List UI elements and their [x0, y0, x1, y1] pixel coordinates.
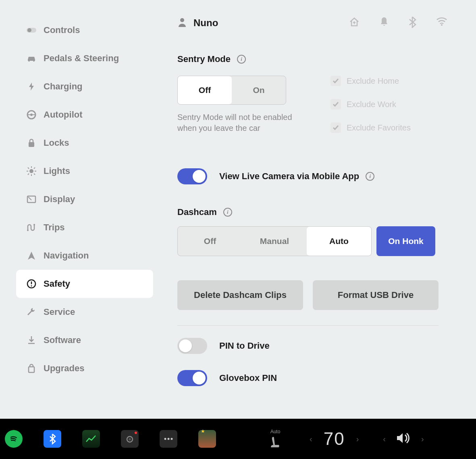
spotify-app-icon[interactable]: [5, 430, 23, 448]
sidebar-item-upgrades[interactable]: Upgrades: [16, 354, 153, 382]
info-icon[interactable]: i: [237, 55, 246, 64]
volume-up-button[interactable]: ›: [421, 434, 424, 444]
info-icon[interactable]: i: [366, 172, 374, 181]
toggle-icon: [25, 27, 38, 34]
sidebar-item-label: Upgrades: [44, 363, 84, 374]
camera-app-icon[interactable]: [121, 430, 139, 448]
sidebar-item-charging[interactable]: Charging: [16, 72, 153, 101]
sidebar-item-label: Controls: [44, 25, 80, 35]
download-icon: [25, 335, 38, 345]
dashcam-auto-button[interactable]: Auto: [307, 227, 371, 256]
svg-point-3: [33, 60, 35, 62]
pin-to-drive-toggle[interactable]: [177, 338, 207, 354]
sidebar-item-label: Autopilot: [44, 110, 83, 120]
volume-down-button[interactable]: ‹: [383, 434, 386, 444]
sentry-note: Sentry Mode will not be enabled when you…: [177, 112, 302, 134]
sidebar-item-software[interactable]: Software: [16, 326, 153, 354]
svg-point-19: [27, 229, 29, 231]
person-icon: [177, 17, 187, 29]
sentry-off-button[interactable]: Off: [178, 76, 232, 104]
dashcam-actions: Delete Dashcam Clips Format USB Drive: [177, 280, 460, 310]
exclude-favorites-checkbox[interactable]: Exclude Favorites: [330, 122, 411, 133]
sidebar-item-label: Locks: [44, 138, 69, 148]
svg-point-9: [29, 169, 33, 173]
format-usb-button[interactable]: Format USB Drive: [313, 280, 439, 310]
sidebar-item-service[interactable]: Service: [16, 298, 153, 326]
check-icon: [330, 99, 341, 110]
svg-line-17: [34, 167, 35, 169]
svg-point-26: [180, 18, 184, 22]
sidebar-item-label: Safety: [44, 279, 70, 289]
homelink-icon[interactable]: [349, 16, 360, 30]
svg-point-2: [28, 60, 30, 62]
bluetooth-app-icon[interactable]: [44, 430, 61, 448]
sidebar-item-navigation[interactable]: Navigation: [16, 242, 153, 270]
sentry-on-button[interactable]: On: [232, 76, 286, 104]
sidebar-item-pedals-steering[interactable]: Pedals & Steering: [16, 44, 153, 72]
pin-to-drive-row: PIN to Drive: [177, 338, 460, 354]
glovebox-pin-row: Glovebox PIN: [177, 370, 460, 386]
svg-line-15: [34, 174, 35, 175]
svg-point-23: [31, 285, 32, 287]
svg-rect-25: [29, 367, 34, 372]
bell-icon[interactable]: [379, 16, 389, 30]
sentry-exclude-list: Exclude Home Exclude Work Exclude Favori…: [330, 76, 411, 146]
more-apps-icon[interactable]: [160, 430, 177, 448]
live-camera-toggle[interactable]: [177, 168, 207, 184]
glovebox-pin-toggle[interactable]: [177, 370, 207, 386]
sidebar-item-label: Lights: [44, 166, 70, 176]
temperature-value[interactable]: 70: [324, 429, 345, 449]
svg-point-32: [168, 438, 170, 440]
sidebar-item-label: Trips: [44, 222, 65, 233]
sidebar-item-display[interactable]: Display: [16, 185, 153, 213]
svg-point-31: [164, 438, 166, 440]
content: Nuno Sentry Mode i: [153, 12, 460, 419]
bottom-bar: Auto ‹ 70 › ‹ ›: [0, 419, 476, 459]
alert-icon: [25, 279, 38, 289]
sidebar-item-lights[interactable]: Lights: [16, 157, 153, 185]
car-icon: [25, 55, 38, 62]
speaker-icon[interactable]: [395, 432, 412, 446]
svg-point-1: [27, 28, 31, 32]
sidebar-item-controls[interactable]: Controls: [16, 16, 153, 44]
profile-button[interactable]: Nuno: [177, 17, 218, 29]
sidebar-item-label: Service: [44, 307, 75, 317]
svg-line-14: [28, 167, 29, 169]
delete-dashcam-button[interactable]: Delete Dashcam Clips: [177, 280, 303, 310]
info-icon[interactable]: i: [223, 208, 232, 217]
dashcam-manual-button[interactable]: Manual: [242, 227, 307, 256]
sidebar-item-label: Charging: [44, 81, 83, 92]
exclude-work-checkbox[interactable]: Exclude Work: [330, 99, 411, 110]
sidebar-item-trips[interactable]: Trips: [16, 213, 153, 242]
toybox-app-icon[interactable]: [198, 430, 216, 448]
display-icon: [25, 195, 38, 203]
header-row: Nuno: [177, 16, 460, 30]
sidebar-item-locks[interactable]: Locks: [16, 129, 153, 157]
stocks-app-icon[interactable]: [82, 430, 100, 448]
bolt-icon: [25, 82, 38, 91]
wifi-icon[interactable]: [436, 16, 448, 30]
wheel-icon: [25, 110, 38, 120]
sidebar-item-label: Pedals & Steering: [44, 53, 119, 64]
bluetooth-icon[interactable]: [408, 16, 416, 30]
temp-up-button[interactable]: ›: [356, 434, 359, 444]
profile-name: Nuno: [193, 17, 218, 29]
svg-line-16: [28, 174, 29, 175]
svg-point-27: [441, 24, 443, 26]
check-icon: [330, 122, 341, 133]
sidebar-item-safety[interactable]: Safety: [16, 270, 153, 298]
sidebar-item-autopilot[interactable]: Autopilot: [16, 101, 153, 129]
bag-icon: [25, 364, 38, 373]
svg-point-20: [33, 224, 35, 225]
dashcam-on-honk-button[interactable]: On Honk: [376, 226, 435, 256]
seat-heater-button[interactable]: Auto: [269, 429, 281, 449]
volume-control: ‹ ›: [383, 432, 424, 446]
sidebar: Controls Pedals & Steering Charging Auto…: [16, 12, 153, 419]
dashcam-off-button[interactable]: Off: [178, 227, 242, 256]
check-icon: [330, 76, 341, 86]
sentry-mode-title: Sentry Mode i: [177, 54, 460, 64]
seat-icon: [269, 435, 281, 449]
sidebar-item-label: Display: [44, 194, 75, 205]
exclude-home-checkbox[interactable]: Exclude Home: [330, 76, 411, 86]
temp-down-button[interactable]: ‹: [310, 434, 312, 444]
